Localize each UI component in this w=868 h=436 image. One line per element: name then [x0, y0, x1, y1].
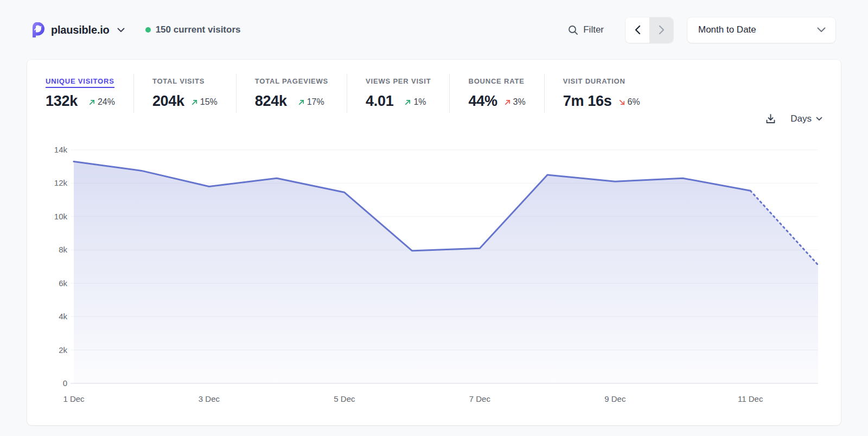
- chevron-down-icon: [816, 117, 822, 121]
- trend-down-icon: [618, 98, 626, 105]
- stat-label: BOUNCE RATE: [468, 77, 524, 88]
- stat-value: 7m 16s: [563, 93, 612, 110]
- chevron-right-icon: [659, 25, 665, 35]
- x-tick-label: 3 Dec: [199, 394, 220, 403]
- site-switcher[interactable]: plausible.io: [30, 22, 125, 37]
- x-tick-label: 11 Dec: [738, 394, 763, 403]
- download-button[interactable]: [765, 113, 776, 124]
- stat-total-pageviews[interactable]: TOTAL PAGEVIEWS 824k 17%: [236, 74, 347, 113]
- chevron-left-icon: [635, 25, 641, 35]
- visitors-chart[interactable]: 02k4k6k8k10k12k14k1 Dec3 Dec5 Dec7 Dec9 …: [46, 141, 822, 413]
- trend-up-icon: [404, 98, 411, 105]
- trend-up-icon: [88, 98, 95, 105]
- stat-value: 44%: [468, 93, 497, 110]
- x-tick-label: 7 Dec: [469, 394, 491, 403]
- trend-up-icon: [504, 98, 511, 105]
- search-icon: [568, 25, 578, 35]
- filter-button[interactable]: Filter: [563, 20, 609, 40]
- stat-change: 24%: [98, 97, 115, 107]
- y-tick-label: 12k: [54, 178, 68, 187]
- stat-unique-visitors[interactable]: UNIQUE VISITORS 132k 24%: [46, 74, 133, 113]
- trend-up-icon: [298, 98, 305, 105]
- site-name: plausible.io: [51, 24, 110, 36]
- stat-change: 6%: [628, 97, 640, 107]
- y-tick-label: 10k: [54, 212, 68, 221]
- topbar-right: Filter Month to Date: [563, 17, 835, 43]
- chevron-down-icon: [117, 28, 125, 33]
- stat-change: 17%: [307, 97, 324, 107]
- stat-label: TOTAL PAGEVIEWS: [255, 77, 328, 88]
- stat-value: 132k: [46, 93, 78, 110]
- filter-label: Filter: [583, 24, 604, 35]
- y-tick-label: 14k: [54, 145, 68, 154]
- chart-area-fill: [74, 162, 818, 384]
- stat-views-per-visit[interactable]: VIEWS PER VISIT 4.01 1%: [347, 74, 449, 113]
- y-tick-label: 2k: [59, 345, 67, 355]
- y-tick-label: 0: [63, 378, 67, 388]
- analytics-card: UNIQUE VISITORS 132k 24% TOTAL VISITS 20…: [27, 60, 841, 425]
- trend-up-icon: [191, 98, 198, 105]
- stat-value: 204k: [152, 93, 184, 110]
- x-tick-label: 9 Dec: [604, 394, 626, 403]
- stat-label: VISIT DURATION: [563, 77, 626, 88]
- interval-select[interactable]: Days: [790, 113, 822, 124]
- current-visitors-label: 150 current visitors: [156, 24, 241, 35]
- topbar: plausible.io 150 current visitors Filter: [0, 0, 868, 60]
- live-dot-icon: [145, 27, 151, 33]
- stat-label: UNIQUE VISITORS: [46, 77, 114, 88]
- stat-bounce-rate[interactable]: BOUNCE RATE 44% 3%: [449, 74, 544, 113]
- y-tick-label: 4k: [59, 312, 67, 321]
- interval-value: Days: [790, 113, 812, 124]
- y-tick-label: 6k: [59, 279, 67, 288]
- next-period-button[interactable]: [649, 17, 673, 43]
- chevron-down-icon: [817, 27, 826, 33]
- stat-label: TOTAL VISITS: [152, 77, 205, 88]
- date-range-select[interactable]: Month to Date: [687, 17, 835, 43]
- y-tick-label: 8k: [59, 245, 67, 254]
- date-nav: [626, 17, 673, 43]
- prev-period-button[interactable]: [626, 17, 649, 43]
- chart-controls: Days: [765, 113, 822, 124]
- stat-change: 15%: [200, 97, 218, 107]
- download-icon: [765, 113, 776, 124]
- stat-total-visits[interactable]: TOTAL VISITS 204k 15%: [133, 74, 236, 113]
- stat-change: 3%: [513, 97, 526, 107]
- x-tick-label: 1 Dec: [63, 394, 85, 403]
- stat-label: VIEWS PER VISIT: [366, 77, 431, 88]
- stat-value: 824k: [255, 93, 287, 110]
- stat-change: 1%: [413, 97, 426, 107]
- date-range-value: Month to Date: [698, 24, 756, 35]
- stat-value: 4.01: [366, 93, 393, 110]
- stats-row: UNIQUE VISITORS 132k 24% TOTAL VISITS 20…: [46, 74, 822, 113]
- chart-canvas[interactable]: 02k4k6k8k10k12k14k1 Dec3 Dec5 Dec7 Dec9 …: [46, 141, 822, 413]
- current-visitors[interactable]: 150 current visitors: [145, 24, 241, 35]
- x-tick-label: 5 Dec: [334, 394, 355, 403]
- plausible-logo-icon: [30, 22, 46, 37]
- stat-visit-duration[interactable]: VISIT DURATION 7m 16s 6%: [544, 74, 659, 113]
